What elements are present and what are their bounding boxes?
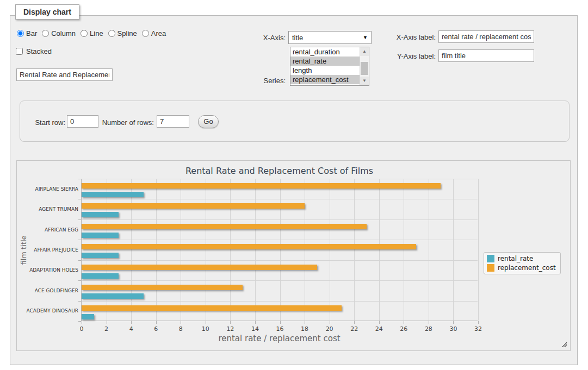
bar-replacement_cost xyxy=(82,203,305,209)
series-scrollbar[interactable]: ▲ ▼ xyxy=(360,47,369,85)
bar-rental_rate xyxy=(82,233,119,238)
legend-item-rental_rate[interactable]: rental_rate xyxy=(487,255,556,262)
legend-label: rental_rate xyxy=(498,255,533,262)
y-axis-tick xyxy=(78,280,81,281)
gridline xyxy=(82,240,478,240)
series-option-replacement_cost[interactable]: replacement_cost xyxy=(290,75,360,84)
number-of-rows-input[interactable] xyxy=(157,115,189,128)
chart-type-radio-area[interactable] xyxy=(142,30,149,37)
chart-type-label: Spline xyxy=(117,29,137,37)
stacked-checkbox[interactable] xyxy=(16,48,23,55)
chart-type-label: Line xyxy=(90,29,103,37)
chart-type-radio-spline[interactable] xyxy=(108,30,115,37)
x-axis-tick xyxy=(206,321,206,324)
y-axis-tick xyxy=(78,199,81,199)
gridline xyxy=(82,179,478,179)
category-label: AIRPLANE SIERRA xyxy=(17,186,78,192)
start-row-label: Start row: xyxy=(32,118,65,127)
x-axis-tick xyxy=(453,321,454,324)
gridline xyxy=(82,301,478,302)
x-axis-tick-label: 30 xyxy=(444,325,462,333)
legend-item-replacement_cost[interactable]: replacement_cost xyxy=(487,264,556,272)
legend-label: replacement_cost xyxy=(498,264,556,272)
chart-type-radio-bar[interactable] xyxy=(17,30,24,37)
gridline xyxy=(379,179,380,321)
series-option-length[interactable]: length xyxy=(290,66,360,75)
gridline xyxy=(82,280,478,281)
chart-type-radio-column[interactable] xyxy=(42,30,49,37)
gridline xyxy=(156,179,157,321)
x-axis-title: rental rate / replacement cost xyxy=(81,334,478,343)
x-axis-tick-label: 8 xyxy=(171,325,190,333)
chart-title-input[interactable] xyxy=(16,68,113,81)
y-axis-tick xyxy=(78,301,81,302)
chart-type-option-line[interactable]: Line xyxy=(81,29,103,37)
x-axis-tick-label: 12 xyxy=(221,325,239,333)
legend-swatch-icon xyxy=(487,264,494,272)
x-axis-label-input[interactable] xyxy=(438,30,534,43)
chart-type-label: Column xyxy=(51,29,76,37)
x-axis-tick-label: 20 xyxy=(320,325,339,333)
gridline xyxy=(181,179,181,321)
x-axis-tick xyxy=(131,321,132,324)
x-axis-select[interactable]: title ▼ xyxy=(288,31,372,44)
chart-plot-area: 02468101214161820222426283032AIRPLANE SI… xyxy=(81,179,478,321)
x-axis-tick xyxy=(181,321,181,324)
x-axis-tick xyxy=(230,321,231,324)
y-axis-label-input[interactable] xyxy=(438,49,534,62)
x-axis-tick-label: 0 xyxy=(72,325,91,333)
chart-type-option-column[interactable]: Column xyxy=(42,29,76,37)
gridline xyxy=(131,179,132,321)
scroll-thumb[interactable] xyxy=(361,62,368,75)
y-axis-tick xyxy=(78,179,81,179)
x-axis-tick xyxy=(379,321,380,324)
y-axis-label-label: Y-Axis label: xyxy=(383,52,436,60)
chart-type-option-area[interactable]: Area xyxy=(142,29,166,37)
series-options: rental_durationrental_ratelengthreplacem… xyxy=(290,47,360,85)
stacked-checkbox-row[interactable]: Stacked xyxy=(16,47,52,55)
x-axis-tick-label: 18 xyxy=(295,325,314,333)
dropdown-arrow-icon: ▼ xyxy=(363,35,368,40)
y-axis-tick xyxy=(78,220,81,220)
bar-rental_rate xyxy=(82,293,144,299)
series-option-rental_rate[interactable]: rental_rate xyxy=(290,57,360,66)
gridline xyxy=(305,179,305,321)
number-of-rows-label: Number of rows: xyxy=(102,118,154,127)
chart-type-radio-group: BarColumnLineSplineArea xyxy=(17,29,166,37)
x-axis-tick xyxy=(156,321,157,324)
chart-type-label: Area xyxy=(151,29,166,37)
x-axis-tick xyxy=(107,321,107,324)
bar-rental_rate xyxy=(82,314,94,319)
series-option-rental_duration[interactable]: rental_duration xyxy=(290,47,360,57)
bar-replacement_cost xyxy=(82,285,243,290)
bar-replacement_cost xyxy=(82,224,367,229)
x-axis-tick-label: 2 xyxy=(97,325,116,333)
gridline xyxy=(255,179,256,321)
chart-container: Rental Rate and Replacement Cost of Film… xyxy=(16,160,571,351)
scroll-down-icon[interactable]: ▼ xyxy=(360,77,369,85)
gridline xyxy=(429,179,429,321)
x-axis-tick xyxy=(330,321,330,324)
x-axis-tick xyxy=(305,321,305,324)
x-axis-tick-label: 16 xyxy=(271,325,289,333)
x-axis-tick-label: 6 xyxy=(147,325,165,333)
x-axis-tick-label: 28 xyxy=(419,325,438,333)
chart-title: Rental Rate and Replacement Cost of Film… xyxy=(81,166,478,176)
scroll-up-icon[interactable]: ▲ xyxy=(360,47,369,56)
gridline xyxy=(107,179,107,321)
gridline xyxy=(354,179,355,321)
resize-grip-icon[interactable] xyxy=(561,341,567,347)
x-axis-label-label: X-Axis label: xyxy=(383,33,436,41)
chart-type-option-spline[interactable]: Spline xyxy=(108,29,137,37)
category-label: ACE GOLDFINGER xyxy=(17,288,78,293)
series-listbox[interactable]: rental_durationrental_ratelengthreplacem… xyxy=(290,47,369,86)
bar-replacement_cost xyxy=(82,183,441,189)
chart-legend: rental_ratereplacement_cost xyxy=(484,252,561,274)
go-button[interactable]: Go xyxy=(198,115,219,128)
chart-type-label: Bar xyxy=(26,29,37,37)
chart-type-radio-line[interactable] xyxy=(81,30,88,37)
bar-rental_rate xyxy=(82,192,144,197)
chart-type-option-bar[interactable]: Bar xyxy=(17,29,37,37)
x-axis-tick-label: 32 xyxy=(469,325,487,333)
start-row-input[interactable] xyxy=(67,115,98,128)
